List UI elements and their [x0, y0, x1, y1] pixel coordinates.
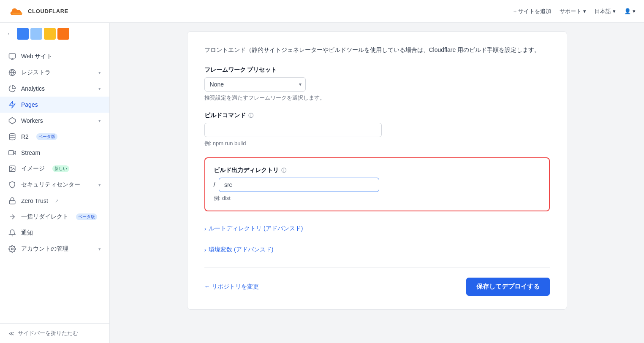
back-repo-link[interactable]: ← リポジトリを変更 [204, 283, 259, 291]
build-output-inner: / [214, 178, 541, 192]
main-layout: ← Web サイト [0, 23, 644, 343]
nav-item-left: レジストラ [8, 69, 51, 76]
sidebar-collapse-button[interactable]: ≪ サイドバーを折りたたむ [0, 323, 109, 343]
tab-blue-light[interactable] [30, 28, 42, 40]
tab-blue[interactable] [17, 28, 29, 40]
chevron-left-icon: ≪ [8, 330, 14, 337]
sidebar-item-security[interactable]: セキュリティセンター ▾ [0, 177, 109, 193]
nav-item-left: Zero Trust ↗ [8, 197, 59, 205]
bulk-redirects-beta-badge: ベータ版 [76, 213, 97, 220]
sidebar-label-images: イメージ [21, 165, 45, 173]
sidebar-item-analytics[interactable]: Analytics ▾ [0, 81, 109, 97]
build-command-label: ビルドコマンド ⓘ [204, 112, 550, 119]
sidebar-label-bulk-redirects: 一括リダイレクト [21, 213, 68, 221]
shield-icon [8, 181, 16, 189]
sidebar-label-security: セキュリティセンター [21, 181, 80, 189]
env-vars-section: › 環境変数 (アドバンスド) [204, 243, 550, 257]
content-area: フロントエンド（静的サイトジェネレーターやビルドツールを使用している場合は、Cl… [110, 23, 644, 343]
gear-icon [8, 245, 16, 253]
svg-rect-0 [9, 54, 16, 58]
sidebar-label-notifications: 通知 [21, 229, 33, 237]
chevron-right-icon: › [204, 225, 207, 232]
images-new-badge: 新しい [52, 165, 69, 172]
sidebar-item-pages[interactable]: Pages [0, 97, 109, 113]
hexagon-icon [8, 117, 16, 124]
bolt-icon [8, 101, 16, 108]
sidebar-nav: Web サイト レジストラ ▾ Analytics [0, 45, 109, 323]
deploy-button[interactable]: 保存してデプロイする [466, 278, 550, 296]
nav-item-left: Web サイト [8, 53, 52, 60]
chevron-down-icon: ▾ [583, 8, 586, 14]
root-dir-toggle[interactable]: › ルートディレクトリ (アドバンスド) [204, 221, 303, 236]
sidebar-label-websites: Web サイト [21, 53, 52, 60]
user-icon: 👤 [624, 8, 631, 14]
language-label: 日本語 [595, 8, 611, 15]
intro-text: フロントエンド（静的サイトジェネレーターやビルドツールを使用している場合は、Cl… [204, 45, 550, 54]
form-card: フロントエンド（静的サイトジェネレーターやビルドツールを使用している場合は、Cl… [187, 31, 567, 310]
svg-point-7 [9, 134, 15, 136]
build-output-label: ビルド出力ディレクトリ ⓘ [214, 167, 541, 174]
support-button[interactable]: サポート ▾ [560, 8, 586, 15]
chevron-down-icon: ▾ [633, 8, 636, 14]
back-button[interactable]: ← [7, 30, 14, 38]
sidebar-label-pages: Pages [21, 101, 38, 108]
nav-item-left: Workers [8, 117, 43, 124]
video-icon [8, 149, 16, 157]
user-menu[interactable]: 👤 ▾ [624, 8, 636, 14]
build-command-hint: 例: npm run build [204, 140, 550, 147]
sidebar-label-workers: Workers [21, 117, 43, 124]
chevron-icon: ▾ [98, 118, 101, 124]
build-output-section: ビルド出力ディレクトリ ⓘ / 例: dist [204, 157, 550, 211]
support-label: サポート [560, 8, 582, 15]
nav-item-left: 一括リダイレクト ベータ版 [8, 213, 97, 221]
svg-rect-9 [9, 151, 14, 155]
sidebar-label-stream: Stream [21, 149, 40, 156]
chevron-right-icon: › [204, 246, 207, 253]
sidebar: ← Web サイト [0, 23, 110, 343]
tab-squares [17, 28, 69, 40]
form-footer: ← リポジトリを変更 保存してデプロイする [204, 278, 550, 296]
sidebar-label-account: アカウントの管理 [21, 245, 68, 253]
framework-section: フレームワーク プリセット None React Vue Angular ▾ 推… [204, 66, 550, 102]
framework-select[interactable]: None React Vue Angular [204, 77, 306, 92]
nav-item-left: イメージ 新しい [8, 165, 69, 173]
svg-marker-5 [9, 102, 15, 108]
sidebar-item-bulk-redirects[interactable]: 一括リダイレクト ベータ版 [0, 209, 109, 225]
nav-item-left: 通知 [8, 229, 33, 237]
language-selector[interactable]: 日本語 ▾ [595, 8, 616, 15]
sidebar-item-images[interactable]: イメージ 新しい [0, 161, 109, 177]
env-vars-toggle[interactable]: › 環境変数 (アドバンスド) [204, 243, 274, 257]
sidebar-item-registrar[interactable]: レジストラ ▾ [0, 65, 109, 81]
slash-prefix: / [214, 181, 215, 189]
build-command-input[interactable] [204, 123, 382, 137]
sidebar-top: ← [0, 23, 109, 45]
logo-text: CLOUDFLARE [28, 8, 68, 14]
tab-orange[interactable] [57, 28, 69, 40]
build-command-section: ビルドコマンド ⓘ 例: npm run build [204, 112, 550, 147]
build-output-input[interactable] [219, 178, 379, 192]
sidebar-item-r2[interactable]: R2 ベータ版 [0, 129, 109, 145]
svg-point-14 [11, 248, 14, 250]
sidebar-item-websites[interactable]: Web サイト [0, 49, 109, 65]
sidebar-item-workers[interactable]: Workers ▾ [0, 113, 109, 129]
top-nav-right: + サイトを追加 サポート ▾ 日本語 ▾ 👤 ▾ [514, 8, 636, 15]
sidebar-item-stream[interactable]: Stream [0, 145, 109, 161]
svg-point-11 [11, 167, 11, 168]
tab-orange-light[interactable] [44, 28, 56, 40]
svg-marker-8 [14, 151, 16, 154]
nav-item-left: R2 ベータ版 [8, 133, 57, 140]
collapse-label: サイドバーを折りたたむ [18, 329, 78, 337]
divider [204, 267, 550, 267]
sidebar-label-zerotrust: Zero Trust [21, 197, 48, 204]
sidebar-item-zerotrust[interactable]: Zero Trust ↗ [0, 193, 109, 209]
chevron-icon: ▾ [98, 182, 101, 188]
sidebar-item-notifications[interactable]: 通知 [0, 225, 109, 241]
database-icon [8, 133, 16, 140]
sidebar-label-r2: R2 [21, 133, 29, 140]
add-site-button[interactable]: + サイトを追加 [514, 8, 551, 15]
nav-item-left: アカウントの管理 [8, 245, 68, 253]
nav-item-left: セキュリティセンター [8, 181, 80, 189]
nav-item-left: Stream [8, 149, 40, 157]
framework-hint: 推奨設定を満たすフレームワークを選択します。 [204, 94, 550, 102]
sidebar-item-account[interactable]: アカウントの管理 ▾ [0, 241, 109, 257]
